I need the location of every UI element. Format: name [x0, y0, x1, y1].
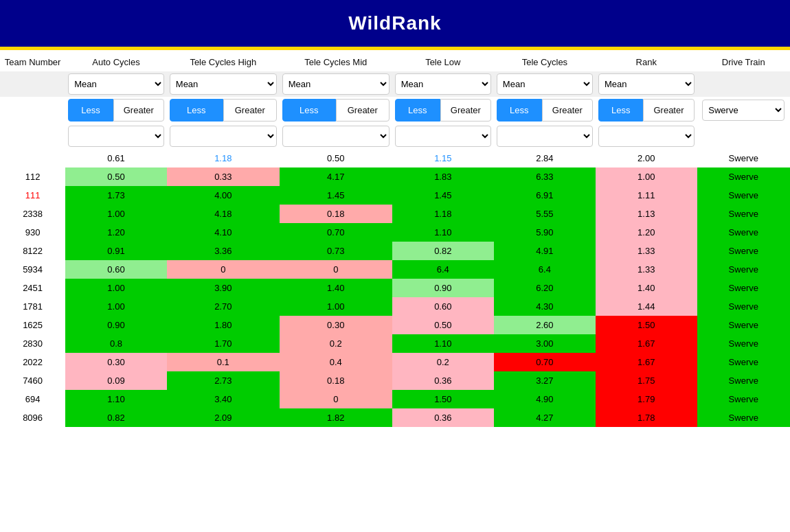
app-title: WildRank — [0, 0, 790, 47]
cell-telecyc: 4.27 — [494, 408, 596, 427]
cell-auto: 0.8 — [65, 334, 167, 353]
cell-auto: 0.09 — [65, 371, 167, 390]
rank-mean-select[interactable]: MeanMaxMinMedian — [598, 73, 695, 95]
value-filter-row — [0, 124, 790, 149]
auto-greater-button[interactable]: Greater — [113, 99, 164, 122]
telecyc-less-button[interactable]: Less — [497, 99, 542, 122]
cell-rank: 1.78 — [596, 408, 697, 427]
table-row: 16250.901.800.300.502.601.50Swerve — [0, 316, 790, 334]
cell-telemid: 0.2 — [280, 334, 392, 353]
cell-telehigh: 3.36 — [167, 242, 280, 260]
telecyc-value-select[interactable] — [497, 126, 593, 147]
column-headers: Team Number Auto Cycles Tele Cycles High… — [0, 50, 790, 71]
table-row: 17811.002.701.000.604.301.44Swerve — [0, 297, 790, 316]
cell-telecyc: 6.33 — [494, 167, 596, 186]
cell-telecyc: 4.30 — [494, 297, 596, 316]
telecyc-greater-button[interactable]: Greater — [542, 99, 593, 122]
table-row: 9301.204.100.701.105.901.20Swerve — [0, 223, 790, 242]
avg-telehigh: 1.18 — [167, 149, 280, 167]
rank-greater-button[interactable]: Greater — [643, 99, 694, 122]
cell-team: 2338 — [0, 205, 65, 223]
telelow-less-button[interactable]: Less — [395, 99, 440, 122]
cell-telecyc: 3.27 — [494, 371, 596, 390]
cell-telehigh: 4.10 — [167, 223, 280, 242]
drive-btn-cell: SwerveTankMecanumOther — [697, 97, 790, 124]
telehigh-btn-cell: Less Greater — [167, 97, 280, 124]
rank-val-cell — [596, 124, 697, 149]
less-greater-row: Less Greater Less Greater Less Greater L… — [0, 97, 790, 124]
telelow-value-select[interactable] — [395, 126, 491, 147]
telemid-greater-button[interactable]: Greater — [336, 99, 390, 122]
cell-telehigh: 2.73 — [167, 371, 280, 390]
cell-drive: Swerve — [697, 353, 790, 371]
cell-rank: 1.11 — [596, 186, 697, 205]
avg-telelow: 1.15 — [392, 149, 494, 167]
rank-value-select[interactable] — [598, 126, 695, 147]
col-header-rank: Rank — [596, 50, 697, 71]
cell-auto: 0.60 — [65, 260, 167, 279]
cell-team: 1625 — [0, 316, 65, 334]
cell-telelow: 0.82 — [392, 242, 494, 260]
telemid-value-select[interactable] — [282, 126, 390, 147]
cell-rank: 1.50 — [596, 316, 697, 334]
telemid-val-cell — [280, 124, 392, 149]
telehigh-value-select[interactable] — [170, 126, 277, 147]
cell-drive: Swerve — [697, 167, 790, 186]
cell-rank: 1.79 — [596, 390, 697, 408]
cell-drive: Swerve — [697, 390, 790, 408]
avg-auto: 0.61 — [65, 149, 167, 167]
mean-select-row: MeanMaxMinMedian MeanMaxMinMedian MeanMa… — [0, 71, 790, 97]
cell-team: 7460 — [0, 371, 65, 390]
telehigh-less-button[interactable]: Less — [170, 99, 223, 122]
auto-value-select[interactable] — [68, 126, 164, 147]
team-empty-filter — [0, 71, 65, 97]
telelow-mean-cell: MeanMaxMinMedian — [392, 71, 494, 97]
col-header-telemid: Tele Cycles Mid — [280, 50, 392, 71]
table-row: 28300.81.700.21.103.001.67Swerve — [0, 334, 790, 353]
auto-val-cell — [65, 124, 167, 149]
cell-drive: Swerve — [697, 260, 790, 279]
cell-telecyc: 3.00 — [494, 334, 596, 353]
cell-telemid: 0.18 — [280, 371, 392, 390]
cell-auto: 1.00 — [65, 297, 167, 316]
cell-auto: 1.73 — [65, 186, 167, 205]
telehigh-mean-select[interactable]: MeanMaxMinMedian — [170, 73, 277, 95]
telemid-mean-cell: MeanMaxMinMedian — [280, 71, 392, 97]
cell-telehigh: 3.40 — [167, 390, 280, 408]
cell-rank: 1.67 — [596, 353, 697, 371]
cell-rank: 1.40 — [596, 279, 697, 297]
cell-team: 2022 — [0, 353, 65, 371]
avg-drive: Swerve — [697, 149, 790, 167]
rank-less-button[interactable]: Less — [598, 99, 644, 122]
cell-auto: 0.91 — [65, 242, 167, 260]
telelow-mean-select[interactable]: MeanMaxMinMedian — [395, 73, 491, 95]
telehigh-greater-button[interactable]: Greater — [223, 99, 277, 122]
telemid-less-button[interactable]: Less — [282, 99, 336, 122]
telecyc-mean-select[interactable]: MeanMaxMinMedian — [497, 73, 593, 95]
cell-telelow: 1.50 — [392, 390, 494, 408]
telecyc-val-cell — [494, 124, 596, 149]
telehigh-val-cell — [167, 124, 280, 149]
cell-telelow: 0.60 — [392, 297, 494, 316]
telelow-val-cell — [392, 124, 494, 149]
cell-team: 111 — [0, 186, 65, 205]
col-header-auto: Auto Cycles — [65, 50, 167, 71]
cell-telemid: 4.17 — [280, 167, 392, 186]
cell-team: 1781 — [0, 297, 65, 316]
cell-telelow: 0.90 — [392, 279, 494, 297]
cell-team: 2451 — [0, 279, 65, 297]
cell-rank: 1.13 — [596, 205, 697, 223]
auto-less-button[interactable]: Less — [68, 99, 113, 122]
cell-telemid: 1.45 — [280, 186, 392, 205]
auto-mean-select[interactable]: MeanMaxMinMedian — [68, 73, 164, 95]
cell-rank: 1.33 — [596, 260, 697, 279]
drive-filter-select[interactable]: SwerveTankMecanumOther — [702, 100, 785, 121]
cell-rank: 1.44 — [596, 297, 697, 316]
telelow-greater-button[interactable]: Greater — [440, 99, 491, 122]
cell-telecyc: 2.60 — [494, 316, 596, 334]
telemid-mean-select[interactable]: MeanMaxMinMedian — [282, 73, 390, 95]
cell-auto: 0.90 — [65, 316, 167, 334]
cell-auto: 1.00 — [65, 205, 167, 223]
table-row: 20220.300.10.40.20.701.67Swerve — [0, 353, 790, 371]
cell-drive: Swerve — [697, 408, 790, 427]
